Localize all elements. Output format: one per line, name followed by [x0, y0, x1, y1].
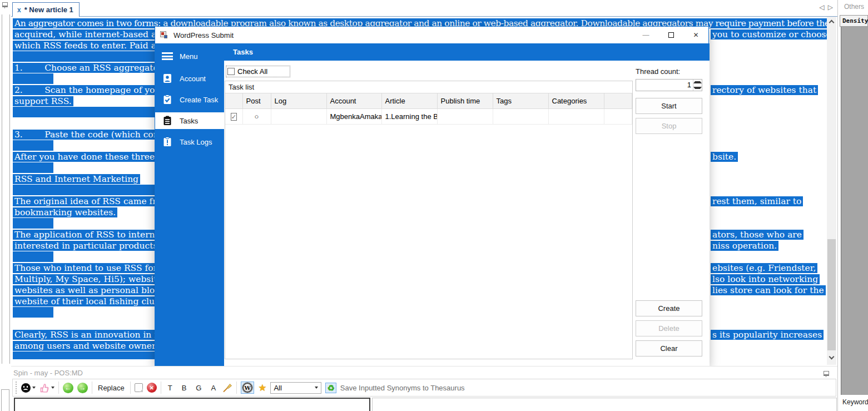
tab-close-icon[interactable]: x	[17, 6, 21, 14]
forward-button[interactable]: →	[77, 383, 88, 393]
table-row[interactable]: ✓ ○ MgbenkaAmaka 1.Learning the Ba...	[225, 109, 632, 125]
letter-g-button[interactable]: G	[193, 384, 204, 392]
column-filler	[604, 93, 632, 109]
selection-bar	[13, 51, 155, 62]
panel-splitter[interactable]	[837, 0, 838, 411]
editor-line: 1. Choose an RSS aggregator to	[13, 62, 176, 73]
thread-count-label: Thread count:	[636, 67, 680, 76]
sidebar-item-create-task[interactable]: Create Task	[155, 91, 224, 108]
maximize-button[interactable]	[658, 27, 683, 43]
wordpress-submit-dialog: WordPress Submit — ✕ Tasks Menu Account …	[155, 26, 709, 366]
start-button[interactable]: Start	[636, 98, 702, 114]
selection-bar	[13, 107, 155, 117]
maximize-icon	[668, 32, 674, 38]
back-button[interactable]: ←	[63, 383, 73, 393]
editor-line: websites as well as personal blog wlies …	[13, 285, 172, 296]
synonyms-text-area[interactable]	[372, 398, 837, 411]
collapsed-panel-edge-bottom	[1, 389, 9, 411]
editor-vertical-scrollbar[interactable]	[827, 17, 836, 365]
tab-scroll-left-icon[interactable]: ◁	[820, 3, 825, 11]
scroll-down-icon[interactable]	[829, 354, 835, 360]
task-list-label: Task list	[229, 83, 254, 91]
wordai-toggle[interactable]: W	[241, 382, 254, 394]
thumbs-up-icon	[39, 383, 49, 393]
tab-others[interactable]: Others	[844, 3, 864, 11]
checkbox-icon[interactable]	[227, 68, 235, 75]
cell-tags	[493, 109, 548, 125]
column-tags[interactable]: Tags	[493, 93, 548, 109]
scroll-up-icon[interactable]	[829, 20, 835, 26]
sidebar-item-account[interactable]: Account	[155, 70, 224, 87]
left-dock-rail	[0, 0, 11, 411]
editor-line: support RSS.	[13, 96, 73, 107]
row-checkbox[interactable]: ✓	[231, 113, 237, 121]
create-button[interactable]: Create	[636, 300, 702, 316]
column-post[interactable]: Post	[242, 93, 271, 109]
save-synonyms-toggle[interactable]: ♻	[325, 383, 336, 393]
minimize-button[interactable]: —	[633, 27, 658, 43]
tab-new-article-1[interactable]: x * New article 1	[12, 2, 80, 17]
selection-bar	[13, 185, 155, 195]
selection-bar	[13, 218, 53, 229]
close-button[interactable]: ✕	[683, 27, 708, 43]
editor-line: 2. Scan the homepage of your tarectory o…	[13, 85, 177, 96]
editor-line: After you have done these three easbsite…	[13, 151, 174, 162]
spinner-down-icon[interactable]	[693, 85, 702, 91]
sidebar-item-tasks[interactable]: Tasks	[155, 112, 224, 129]
column-categories[interactable]: Categories	[548, 93, 604, 109]
task-logs-icon	[162, 136, 173, 147]
cell-log	[271, 109, 326, 125]
thread-count-stepper[interactable]: 1	[636, 79, 702, 91]
column-log[interactable]: Log	[271, 93, 326, 109]
letter-t-button[interactable]: T	[165, 384, 175, 392]
note-icon[interactable]	[135, 383, 143, 392]
bad-words-button[interactable]	[21, 383, 36, 393]
dialog-titlebar[interactable]: WordPress Submit — ✕	[155, 27, 708, 43]
selection-bar	[13, 307, 53, 318]
editor-line: bookmarking websites.	[13, 207, 117, 218]
star-icon[interactable]: ★	[258, 383, 266, 393]
sidebar-item-menu[interactable]: Menu	[155, 48, 224, 65]
task-table: Post Log Account Article Publish time Ta…	[225, 93, 632, 125]
replace-button[interactable]: Replace	[96, 384, 126, 392]
pin-icon[interactable]	[1, 1, 8, 8]
scrollbar-thumb[interactable]	[827, 239, 836, 350]
good-words-button[interactable]	[39, 383, 54, 393]
delete-button: Delete	[636, 320, 702, 336]
clear-button[interactable]: Clear	[636, 340, 702, 356]
editor-line: among users and website owners al	[13, 340, 172, 351]
editor-line: Clearly, RSS is an innovation in infos i…	[13, 329, 172, 340]
column-select[interactable]	[225, 93, 242, 109]
density-column-header[interactable]: Density	[840, 15, 868, 27]
dialog-title: WordPress Submit	[173, 31, 234, 39]
column-publish-time[interactable]: Publish time	[437, 93, 493, 109]
page-title: Tasks	[224, 43, 710, 61]
tab-scroll-right-icon[interactable]: ▷	[828, 3, 833, 11]
spin-toolbar: ← → Replace ✕ T B G A W ★ All ♻ Save Inp…	[12, 379, 836, 397]
selection-bar	[13, 351, 155, 359]
check-all-checkbox[interactable]: Check All	[226, 66, 290, 77]
spin-panel: Spin - may - POS:MD ← → Replace ✕ T B G …	[11, 366, 837, 411]
column-account[interactable]: Account	[326, 93, 381, 109]
editor-line: website of their local fishing club fo	[13, 296, 173, 307]
column-article[interactable]: Article	[381, 93, 437, 109]
synonym-filter-select[interactable]: All	[270, 382, 321, 394]
sad-face-icon	[21, 383, 31, 393]
delete-icon[interactable]: ✕	[147, 383, 157, 393]
task-list-panel: Task list Post Log Account Article Publi…	[225, 81, 633, 359]
selection-bar	[13, 251, 53, 262]
letter-b-button[interactable]: B	[179, 384, 190, 392]
pin-icon[interactable]	[822, 370, 830, 377]
cell-publish-time	[437, 109, 493, 125]
save-synonyms-label: Save Inputted Synonyms to Thesaurus	[340, 384, 465, 392]
spin-text-input[interactable]	[14, 398, 370, 411]
spinner-up-icon[interactable]	[693, 80, 702, 85]
broom-icon[interactable]	[222, 383, 232, 393]
editor-line: The application of RSS to internet mator…	[13, 229, 176, 240]
document-tab-bar: x * New article 1 ◁ ▷	[11, 0, 837, 17]
letter-a-button[interactable]: A	[208, 384, 219, 392]
sidebar-item-task-logs[interactable]: Task Logs	[155, 133, 224, 150]
account-icon	[162, 73, 173, 84]
toolbar-grip[interactable]	[16, 382, 17, 394]
thread-count-value[interactable]: 1	[636, 80, 693, 91]
